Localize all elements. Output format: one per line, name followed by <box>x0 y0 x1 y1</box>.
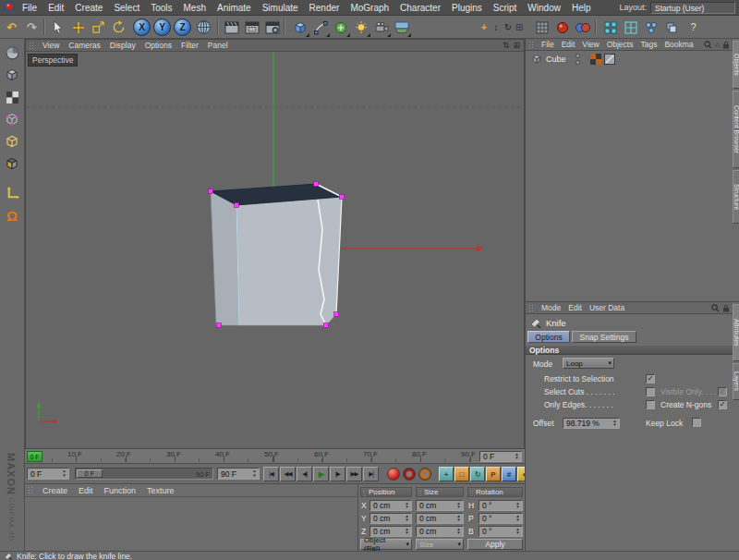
autokey-button[interactable] <box>403 468 416 481</box>
om-menu-edit[interactable]: Edit <box>558 40 579 49</box>
add-camera-button[interactable] <box>371 18 391 37</box>
menu-render[interactable]: Render <box>304 3 345 13</box>
record-keyframe-button[interactable] <box>387 468 400 481</box>
menu-select[interactable]: Select <box>108 3 145 13</box>
search-icon[interactable] <box>711 304 720 312</box>
menu-mograph[interactable]: MoGraph <box>345 3 394 13</box>
panel-drag-handle[interactable] <box>29 42 35 50</box>
rotate-view-icon[interactable]: ↻ <box>503 21 514 33</box>
menu-script[interactable]: Script <box>488 3 523 13</box>
search-icon[interactable] <box>704 41 712 49</box>
enable-axis-button[interactable] <box>2 183 22 203</box>
add-light-button[interactable] <box>351 18 370 37</box>
edges-mode-button[interactable] <box>2 131 22 152</box>
mode-dropdown[interactable]: Loop <box>563 358 614 369</box>
om-menu-objects[interactable]: Objects <box>603 40 637 49</box>
mat-menu-create[interactable]: Create <box>37 486 73 495</box>
add-environment-button[interactable] <box>392 18 411 37</box>
menu-simulate[interactable]: Simulate <box>257 3 304 13</box>
single-view-icon[interactable]: ⊞ <box>513 41 520 50</box>
tab-snap-settings[interactable]: Snap Settings <box>572 331 636 343</box>
spinner-arrows-icon[interactable] <box>515 514 521 523</box>
add-generator-button[interactable] <box>331 18 350 37</box>
offset-spinner[interactable]: 98.719 % <box>563 418 620 429</box>
size-y-field[interactable]: 0 cm <box>416 513 464 524</box>
spinner-arrows-icon[interactable] <box>404 501 410 510</box>
polygons-mode-button[interactable] <box>2 153 22 174</box>
viewport-canvas[interactable] <box>26 52 524 448</box>
texture-tag-icon[interactable] <box>590 54 601 65</box>
vertex-point[interactable] <box>217 323 222 328</box>
display-grid-icon[interactable] <box>621 18 640 37</box>
panel-drag-handle[interactable] <box>528 41 535 49</box>
lock-icon[interactable] <box>722 304 730 312</box>
render-view-button[interactable] <box>222 18 241 37</box>
spinner-arrows-icon[interactable] <box>251 469 258 479</box>
key-parameter-toggle[interactable]: P <box>486 467 501 481</box>
spinner-arrows-icon[interactable] <box>515 527 521 536</box>
vp-menu-panel[interactable]: Panel <box>203 41 233 50</box>
keep-lock-checkbox[interactable] <box>692 418 701 427</box>
apply-button[interactable]: Apply <box>467 539 523 550</box>
model-mode-button[interactable] <box>2 65 22 85</box>
frame-range-slider[interactable]: 0 F 90 F <box>75 468 213 480</box>
menu-help[interactable]: Help <box>566 3 597 13</box>
menu-tools[interactable]: Tools <box>145 3 177 13</box>
lock-icon[interactable] <box>722 41 730 49</box>
tab-content-browser[interactable]: Content Browser <box>733 91 739 168</box>
undo-button[interactable]: ↶ <box>2 18 21 37</box>
range-start-spinner[interactable]: 0 F <box>27 468 69 480</box>
om-menu-bookmarks[interactable]: Bookma <box>660 40 697 49</box>
am-menu-mode[interactable]: Mode <box>538 303 564 312</box>
tab-attributes[interactable]: Attributes <box>733 304 739 361</box>
key-scale-toggle[interactable]: □ <box>454 467 469 481</box>
vp-menu-cameras[interactable]: Cameras <box>64 41 104 50</box>
panel-drag-handle[interactable] <box>28 486 34 494</box>
prev-frame-button[interactable]: ◀| <box>297 467 312 481</box>
spinner-arrows-icon[interactable] <box>515 501 521 510</box>
layout-selector[interactable]: Startup (User) <box>650 2 735 14</box>
object-name[interactable]: Cube <box>546 55 566 64</box>
spinner-arrows-icon[interactable] <box>404 514 410 523</box>
tab-layers[interactable]: Layers <box>733 363 739 400</box>
render-visibility-dot[interactable] <box>575 60 580 65</box>
am-menu-userdata[interactable]: User Data <box>586 303 628 312</box>
swap-view-icon[interactable]: ⇅ <box>503 41 510 50</box>
redo-button[interactable]: ↷ <box>22 18 42 37</box>
current-frame-marker[interactable]: 0 F <box>27 451 42 462</box>
om-menu-file[interactable]: File <box>538 40 558 49</box>
scale-tool[interactable] <box>89 18 108 37</box>
render-settings-button[interactable] <box>262 18 282 37</box>
size-z-field[interactable]: 0 cm <box>416 526 464 537</box>
spinner-arrows-icon[interactable] <box>61 469 67 479</box>
om-menu-view[interactable]: View <box>578 40 602 49</box>
mat-menu-edit[interactable]: Edit <box>73 486 99 495</box>
range-end-spinner[interactable]: 90 F <box>217 468 260 480</box>
tab-options[interactable]: Options <box>527 331 570 343</box>
options-section-header[interactable]: Options <box>526 345 733 355</box>
pan-view-icon[interactable]: + <box>479 21 490 33</box>
key-pla-toggle[interactable]: # <box>502 467 516 481</box>
spinner-arrows-icon[interactable] <box>404 527 410 536</box>
timeline-ruler[interactable]: 0 F 10 F 20 F 30 F 40 F 50 F 60 F 70 F 8… <box>25 449 525 464</box>
spinner-arrows-icon[interactable] <box>455 514 462 523</box>
vp-menu-filter[interactable]: Filter <box>176 41 203 50</box>
prev-key-button[interactable]: ◀◀ <box>280 467 296 481</box>
make-editable-button[interactable] <box>2 43 22 63</box>
vp-menu-view[interactable]: View <box>38 41 64 50</box>
key-rotation-toggle[interactable]: ↻ <box>470 467 485 481</box>
tab-structure[interactable]: Structure <box>733 170 739 224</box>
menu-file[interactable]: File <box>17 3 42 13</box>
browser-grid-icon[interactable] <box>532 18 551 37</box>
object-row-cube[interactable]: Cube <box>526 53 733 66</box>
menu-plugins[interactable]: Plugins <box>446 3 488 13</box>
cube-front-face[interactable] <box>236 197 342 325</box>
visibility-toggles[interactable] <box>575 54 580 65</box>
x-axis-lock-button[interactable]: X <box>133 18 151 36</box>
size-mode-dropdown[interactable]: Size <box>416 539 464 550</box>
mat-menu-function[interactable]: Function <box>99 486 142 495</box>
position-y-field[interactable]: 0 cm <box>370 513 412 524</box>
vertex-point[interactable] <box>314 182 319 187</box>
display-array-icon[interactable] <box>641 18 660 37</box>
add-cube-button[interactable] <box>290 18 309 37</box>
